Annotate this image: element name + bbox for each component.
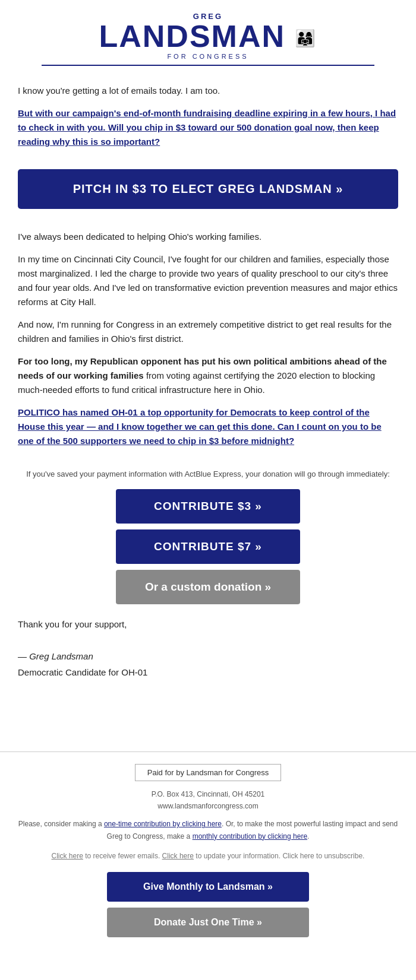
address-line1: P.O. Box 413, Cincinnati, OH 45201: [152, 790, 265, 798]
paragraph-1: I've always been dedicated to helping Oh…: [18, 230, 398, 244]
footer-text3: .: [307, 832, 309, 841]
fewer-emails-link[interactable]: Click here: [52, 852, 83, 860]
give-monthly-button[interactable]: Give Monthly to Landsman »: [107, 872, 309, 902]
actblue-notice: If you've saved your payment information…: [18, 468, 398, 480]
donate-onetime-button[interactable]: Donate Just One Time »: [107, 908, 309, 937]
header-landsman-label: LANDSMAN 👨‍👩‍👧: [0, 21, 416, 52]
signature-name: — Greg Landsman: [18, 648, 398, 664]
contribute-3-button[interactable]: CONTRIBUTE $3 »: [116, 489, 300, 524]
body-intro: I know you're getting a lot of emails to…: [18, 75, 398, 163]
footer-manage-text: Click here to receive fewer emails. Clic…: [18, 852, 398, 860]
politico-link[interactable]: POLITICO has named OH-01 a top opportuni…: [18, 407, 382, 446]
thanks-text: Thank you for your support,: [18, 616, 398, 632]
body-paragraphs: I've always been dedicated to helping Oh…: [18, 221, 398, 462]
header-divider: [42, 65, 374, 66]
contribute-buttons-group: CONTRIBUTE $3 » CONTRIBUTE $7 » Or a cus…: [18, 489, 398, 604]
signature-block: Thank you for your support, — Greg Lands…: [18, 616, 398, 680]
header-for-congress-label: FOR CONGRESS: [0, 53, 416, 60]
family-icon: 👨‍👩‍👧: [295, 30, 317, 47]
footer-buttons-group: Give Monthly to Landsman » Donate Just O…: [18, 872, 398, 937]
pitch-in-button[interactable]: PITCH IN $3 TO ELECT GREG LANDSMAN »: [18, 169, 398, 209]
update-info-link[interactable]: Click here: [162, 852, 194, 860]
paragraph-4: For too long, my Republican opponent has…: [18, 354, 398, 397]
monthly-contribution-link[interactable]: monthly contribution by clicking here: [193, 832, 307, 841]
footer-text1: Please, consider making a: [18, 820, 104, 828]
email-footer: Paid for by Landsman for Congress P.O. B…: [0, 751, 416, 956]
link-paragraph: But with our campaign's end-of-month fun…: [18, 106, 398, 149]
custom-donation-button[interactable]: Or a custom donation »: [116, 570, 300, 604]
footer-spacer: [18, 692, 398, 751]
paragraph-5: POLITICO has named OH-01 a top opportuni…: [18, 405, 398, 448]
footer-address: P.O. Box 413, Cincinnati, OH 45201 www.l…: [18, 788, 398, 813]
manage-text4: to update your information. Click here t…: [194, 852, 364, 860]
signature-title: Democratic Candidate for OH-01: [18, 664, 398, 680]
intro-paragraph: I know you're getting a lot of emails to…: [18, 84, 398, 98]
paragraph-2: In my time on Cincinnati City Council, I…: [18, 252, 398, 309]
footer-links-text: Please, consider making a one-time contr…: [18, 818, 398, 842]
email-header: GREG LANDSMAN 👨‍👩‍👧 FOR CONGRESS: [0, 0, 416, 75]
contribute-7-button[interactable]: CONTRIBUTE $7 »: [116, 529, 300, 564]
manage-text2: to receive fewer emails.: [83, 852, 162, 860]
chip-in-link[interactable]: But with our campaign's end-of-month fun…: [18, 108, 396, 147]
address-line2: www.landsmanforcongress.com: [157, 802, 258, 810]
one-time-contribution-link[interactable]: one-time contribution by clicking here: [104, 820, 222, 828]
email-body: I know you're getting a lot of emails to…: [0, 75, 416, 751]
paid-for-label: Paid for by Landsman for Congress: [135, 764, 282, 781]
paid-for-box: Paid for by Landsman for Congress: [18, 764, 398, 788]
paragraph-3: And now, I'm running for Congress in an …: [18, 318, 398, 346]
